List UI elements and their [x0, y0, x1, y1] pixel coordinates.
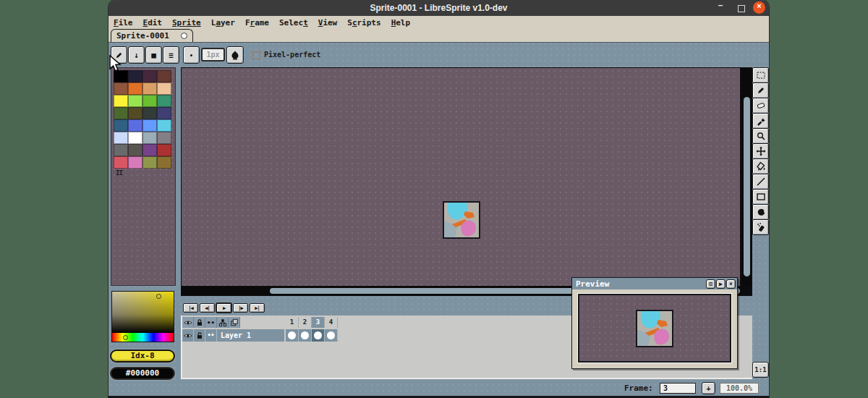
palette-swatch[interactable] — [128, 82, 142, 95]
frame-header-2[interactable]: 2 — [299, 317, 312, 328]
ink-type-button[interactable] — [226, 46, 244, 64]
palette-swatch[interactable] — [142, 82, 157, 95]
eye-icon[interactable] — [182, 317, 194, 328]
menu-layer[interactable]: Layer — [211, 18, 235, 27]
tool-pencil[interactable] — [752, 82, 769, 98]
palette-swatch[interactable] — [128, 119, 142, 132]
palette-swatch[interactable] — [114, 70, 128, 82]
hue-marker-icon[interactable] — [123, 335, 128, 340]
tab-sprite-0001[interactable]: Sprite-0001 — [111, 29, 193, 42]
vertical-scrollbar[interactable] — [742, 68, 752, 286]
preview-play-button[interactable]: ▶ — [716, 279, 726, 289]
palette-index-button[interactable]: Idx-8 — [110, 350, 175, 363]
tool-move[interactable] — [752, 143, 769, 159]
add-frame-button[interactable]: + — [702, 382, 715, 394]
palette-swatch[interactable] — [128, 144, 142, 156]
frame-header-3[interactable]: 3 — [312, 317, 325, 328]
palette-swatch[interactable] — [157, 144, 171, 156]
palette-swatch[interactable] — [157, 82, 171, 95]
layer-continuous-icon[interactable]: •• — [205, 329, 217, 342]
palette-swatch[interactable] — [114, 132, 128, 144]
tool-zoom[interactable] — [752, 128, 769, 144]
palette-edit-button[interactable] — [111, 46, 127, 64]
tool-rectangle[interactable] — [752, 189, 769, 205]
tool-line[interactable] — [752, 174, 769, 190]
menu-file[interactable]: File — [114, 18, 133, 27]
palette-swatch[interactable] — [114, 82, 128, 95]
palette-swatch[interactable] — [157, 119, 171, 132]
palette-swatch[interactable] — [114, 119, 128, 132]
duplicate-icon[interactable] — [229, 317, 240, 328]
palette-swatch[interactable] — [142, 95, 157, 107]
frame-header-4[interactable]: 4 — [325, 317, 338, 328]
play-button[interactable]: ▶ — [216, 303, 231, 313]
sprite-canvas[interactable] — [443, 201, 480, 239]
tool-spray[interactable] — [752, 219, 769, 235]
menu-edit[interactable]: Edit — [143, 18, 163, 27]
palette-swatch[interactable] — [142, 144, 157, 156]
palette-resize-handle[interactable]: II — [116, 169, 122, 177]
color-hex-button[interactable]: #000000 — [110, 367, 175, 380]
cel-frame-2[interactable] — [299, 329, 312, 342]
palette-swatch[interactable] — [157, 156, 171, 169]
onion-skin-icon[interactable] — [217, 317, 229, 328]
menu-scripts[interactable]: Scripts — [347, 18, 380, 27]
palette-swatch[interactable] — [128, 95, 142, 107]
layer-eye-icon[interactable] — [182, 329, 194, 342]
brush-size-input[interactable]: 1px — [201, 48, 225, 62]
palette-swatch[interactable] — [157, 95, 171, 107]
cel-frame-4[interactable] — [325, 329, 338, 342]
minimize-button[interactable]: – — [714, 0, 727, 16]
palette-swatch[interactable] — [128, 156, 142, 169]
palette-swatch[interactable] — [142, 119, 157, 132]
goto-last-frame-button[interactable]: ▶| — [250, 303, 265, 313]
continuous-icon[interactable]: •• — [205, 317, 217, 328]
menu-sprite[interactable]: Sprite — [172, 18, 201, 27]
vertical-scroll-thumb[interactable] — [744, 97, 750, 276]
palette-options-button[interactable]: ≡ — [163, 46, 179, 64]
lock-icon[interactable] — [194, 317, 205, 328]
palette-swatch[interactable] — [157, 70, 171, 82]
palette-swatch[interactable] — [114, 107, 128, 119]
palette-swatch[interactable] — [114, 95, 128, 107]
maximize-button[interactable] — [738, 5, 745, 12]
menu-frame[interactable]: Frame — [245, 18, 269, 27]
saturation-value-box[interactable] — [112, 292, 174, 333]
preview-center-button[interactable]: ⊡ — [706, 279, 715, 289]
preview-titlebar[interactable]: Preview ⊡ ▶ × — [572, 278, 737, 289]
layer-lock-icon[interactable] — [194, 329, 205, 342]
previous-frame-button[interactable]: ◀| — [200, 303, 215, 313]
tool-eyedropper[interactable] — [752, 113, 769, 129]
frame-header-1[interactable]: 1 — [286, 317, 299, 328]
palette-swatch[interactable] — [142, 70, 157, 82]
menu-view[interactable]: View — [318, 18, 338, 27]
hue-bar[interactable] — [112, 333, 174, 342]
palette-swatch[interactable] — [142, 107, 157, 119]
goto-first-frame-button[interactable]: |◀ — [183, 303, 198, 313]
cel-frame-1[interactable] — [286, 329, 299, 342]
palette-swatch[interactable] — [157, 107, 171, 119]
close-button[interactable]: × — [753, 1, 765, 14]
canvas-viewport[interactable] — [182, 68, 740, 286]
next-frame-button[interactable]: |▶ — [233, 303, 248, 313]
palette-presets-button[interactable]: ■ — [145, 46, 162, 64]
frame-number-input[interactable]: 3 — [660, 383, 696, 394]
brush-type-button[interactable] — [183, 46, 200, 64]
palette-swatch[interactable] — [142, 132, 157, 144]
zoom-1-1-button[interactable]: 1:1 — [752, 362, 769, 378]
tool-eraser[interactable] — [752, 98, 769, 114]
pixel-perfect-checkbox[interactable] — [252, 51, 260, 59]
titlebar[interactable]: Sprite-0001 - LibreSprite v1.0-dev – × — [109, 0, 769, 16]
color-selector[interactable] — [111, 291, 174, 342]
menu-help[interactable]: Help — [391, 18, 411, 27]
palette-swatch[interactable] — [114, 144, 128, 156]
palette-swatch[interactable] — [128, 132, 142, 144]
palette-swatch[interactable] — [114, 156, 128, 169]
palette-sort-button[interactable]: ↓ — [128, 46, 145, 64]
palette-swatch[interactable] — [157, 132, 171, 144]
tool-rectangular-marquee[interactable] — [752, 67, 769, 83]
preview-close-button[interactable]: × — [726, 279, 736, 289]
tool-paint-bucket[interactable] — [752, 158, 769, 174]
palette-swatch[interactable] — [142, 156, 157, 169]
palette-swatch[interactable] — [128, 70, 142, 82]
